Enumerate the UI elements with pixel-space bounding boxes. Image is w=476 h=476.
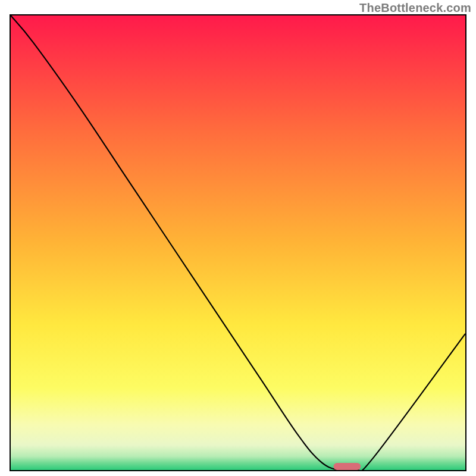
- chart-frame: [10, 14, 466, 471]
- watermark-text: TheBottleneck.com: [359, 1, 471, 15]
- optimal-marker: [333, 463, 361, 470]
- chart-canvas: [11, 15, 465, 470]
- gradient-rect: [11, 15, 465, 470]
